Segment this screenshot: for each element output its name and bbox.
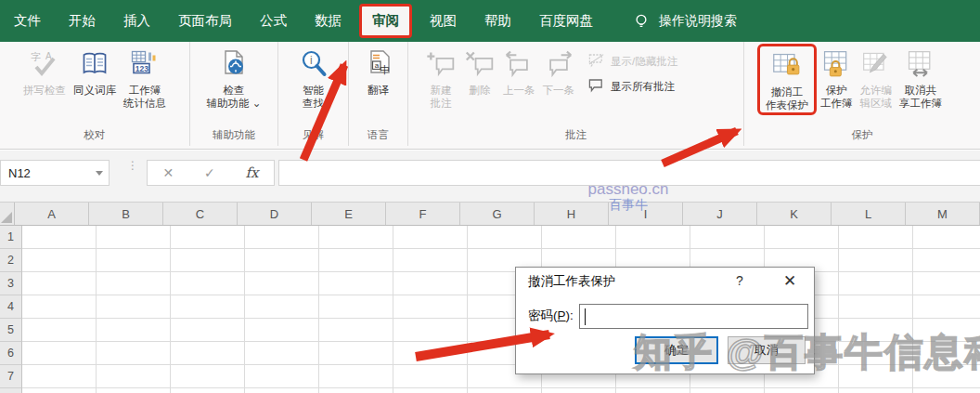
dialog-help-button[interactable]: ? (729, 273, 750, 288)
cell-B3[interactable] (97, 272, 171, 295)
menu-tab-5[interactable]: 公式 (246, 0, 301, 42)
row-header-1[interactable]: 1 (0, 226, 22, 249)
menu-tab-8[interactable]: 视图 (416, 0, 471, 42)
cell-I1[interactable] (616, 226, 690, 249)
unshare-workbook-button[interactable]: 取消共享工作簿 (896, 46, 946, 110)
menu-tab-1[interactable]: 文件 (0, 0, 55, 42)
cell-M3[interactable] (913, 272, 980, 295)
column-header-M[interactable]: M (906, 203, 980, 225)
cell-M6[interactable] (913, 342, 980, 365)
cell-A1[interactable] (22, 226, 97, 249)
cell-E6[interactable] (319, 342, 393, 365)
cell-A6[interactable] (22, 342, 97, 365)
row-header-3[interactable]: 3 (0, 272, 22, 295)
cell-J1[interactable] (690, 226, 765, 249)
cell-L6[interactable] (839, 342, 913, 365)
show-hide-comment-button[interactable]: 显示/隐藏批注 (587, 53, 677, 70)
cell-B4[interactable] (97, 295, 171, 319)
cancel-entry-icon[interactable]: ✕ (162, 165, 174, 180)
cell-A7[interactable] (22, 365, 97, 388)
cell-F1[interactable] (393, 226, 468, 249)
ok-button[interactable]: 确定 (635, 336, 718, 364)
cell-L5[interactable] (839, 319, 913, 342)
allow-edit-ranges-button[interactable]: 允许编辑区域 (857, 46, 896, 110)
cell-F4[interactable] (393, 295, 468, 319)
column-header-K[interactable]: K (757, 203, 832, 225)
row-header-6[interactable]: 6 (0, 342, 22, 365)
column-header-A[interactable]: A (15, 203, 89, 225)
select-all-corner[interactable] (0, 203, 15, 225)
thesaurus-button[interactable]: 同义词库 (70, 46, 120, 97)
new-comment-button[interactable]: 新建批注 (421, 46, 460, 110)
menu-tab-9[interactable]: 帮助 (471, 0, 525, 42)
menu-tab-10[interactable]: 百度网盘 (525, 0, 607, 42)
cell-L4[interactable] (839, 295, 913, 319)
cell-B5[interactable] (97, 319, 171, 342)
cell-C4[interactable] (171, 295, 245, 319)
cell-A5[interactable] (22, 319, 97, 342)
check-accessibility-button[interactable]: 检查辅助功能 ⌄ (203, 46, 265, 110)
menu-tab-6[interactable]: 数据 (301, 0, 355, 42)
menu-tab-7[interactable]: 审阅 (359, 4, 412, 38)
previous-comment-button[interactable]: 上一条 (499, 46, 539, 97)
cancel-button[interactable]: 取消 (728, 336, 806, 364)
cell-K8[interactable] (765, 388, 839, 393)
cell-I8[interactable] (616, 388, 690, 393)
cell-F3[interactable] (393, 272, 468, 295)
cell-M4[interactable] (913, 295, 980, 319)
menu-tab-2[interactable]: 开始 (55, 0, 110, 42)
cell-M8[interactable] (913, 388, 980, 393)
column-header-F[interactable]: F (386, 203, 460, 225)
formula-bar-grip[interactable]: ⋮ (127, 163, 138, 169)
cell-L3[interactable] (839, 272, 913, 295)
unprotect-sheet-button[interactable]: 撤消工作表保护 (762, 47, 812, 111)
row-header-7[interactable]: 7 (0, 365, 22, 388)
column-header-E[interactable]: E (312, 203, 386, 225)
menu-tab-3[interactable]: 插入 (110, 0, 164, 42)
cell-H1[interactable] (542, 226, 616, 249)
cell-L2[interactable] (839, 249, 913, 272)
cell-D7[interactable] (245, 365, 319, 388)
cell-B8[interactable] (97, 388, 171, 393)
cell-G8[interactable] (468, 388, 542, 393)
cell-M7[interactable] (913, 365, 980, 388)
workbook-stats-button[interactable]: 123工作簿统计信息 (120, 46, 170, 110)
column-header-L[interactable]: L (832, 203, 906, 225)
cell-E1[interactable] (319, 226, 393, 249)
translate-button[interactable]: a中翻译 (359, 46, 398, 97)
cell-D1[interactable] (245, 226, 319, 249)
cell-F8[interactable] (393, 388, 468, 393)
cell-A8[interactable] (22, 388, 97, 393)
cell-A3[interactable] (22, 272, 97, 295)
enter-entry-icon[interactable]: ✓ (204, 165, 215, 180)
cell-D8[interactable] (245, 388, 319, 393)
cell-L1[interactable] (839, 226, 913, 249)
cell-C7[interactable] (171, 365, 245, 388)
cell-M2[interactable] (913, 249, 980, 272)
column-header-J[interactable]: J (683, 203, 757, 225)
insert-function-icon[interactable]: fx (246, 164, 259, 181)
formula-input[interactable] (278, 160, 980, 186)
row-header-4[interactable]: 4 (0, 295, 22, 319)
chevron-down-icon[interactable] (96, 171, 103, 176)
cell-E2[interactable] (319, 249, 393, 272)
cell-D4[interactable] (245, 295, 319, 319)
cell-B7[interactable] (97, 365, 171, 388)
cell-K1[interactable] (765, 226, 839, 249)
cell-M5[interactable] (913, 319, 980, 342)
password-input[interactable] (579, 304, 808, 329)
name-box[interactable]: N12 (0, 160, 110, 186)
cell-F5[interactable] (393, 319, 468, 342)
cell-F6[interactable] (393, 342, 468, 365)
cell-M1[interactable] (913, 226, 980, 249)
row-header-5[interactable]: 5 (0, 319, 22, 342)
column-header-D[interactable]: D (238, 203, 312, 225)
next-comment-button[interactable]: 下一条 (539, 46, 579, 97)
cell-G1[interactable] (468, 226, 542, 249)
cell-B6[interactable] (97, 342, 171, 365)
column-header-B[interactable]: B (89, 203, 163, 225)
cell-C2[interactable] (171, 249, 245, 272)
row-header-2[interactable]: 2 (0, 249, 22, 272)
dialog-titlebar[interactable]: 撤消工作表保护 ? ✕ (516, 268, 814, 295)
cell-A4[interactable] (22, 295, 97, 319)
